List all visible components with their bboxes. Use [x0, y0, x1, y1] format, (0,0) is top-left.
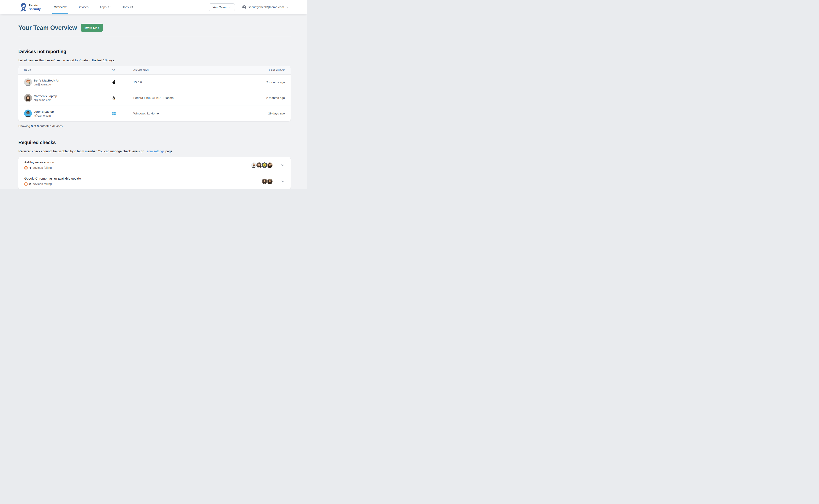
x-circle-icon	[24, 182, 28, 186]
brand-line-2: Security	[29, 7, 41, 11]
summary-prefix: Showing	[18, 124, 30, 128]
tab-apps[interactable]: Apps	[99, 0, 111, 14]
person-circle-icon	[242, 5, 247, 9]
device-owner-email: jt@acme.com	[34, 114, 54, 117]
brand-name: Pareto Security	[29, 3, 41, 11]
column-header-name: NAME	[18, 66, 112, 75]
x-circle-icon	[24, 166, 28, 170]
pareto-mascot-icon	[20, 3, 26, 11]
devices-table-card: NAME OS OS VERSION LAST CHECK	[18, 66, 291, 121]
device-name: Carmen's Laptop	[34, 94, 57, 98]
check-title: AirPlay receiver is on	[24, 161, 54, 164]
check-status: 2 devices failing	[24, 182, 81, 186]
brand-logo[interactable]: Pareto Security	[20, 3, 41, 11]
device-name: Jeren's Laptop	[34, 110, 54, 113]
invite-link-button[interactable]: Invite Link	[81, 24, 103, 32]
devices-table-header-row: NAME OS OS VERSION LAST CHECK	[18, 66, 291, 75]
summary-suffix: outdated devices	[39, 124, 63, 128]
apple-icon	[112, 80, 115, 84]
summary-of: of	[34, 124, 36, 128]
tab-docs[interactable]: Docs	[121, 0, 133, 14]
failing-count: 2	[29, 182, 31, 186]
required-checks-section: Required checks Required checks cannot b…	[18, 140, 291, 189]
device-name: Ben’s MacBook Air	[34, 79, 59, 82]
column-header-os-version: OS VERSION	[133, 66, 252, 75]
tab-devices-label: Devices	[78, 5, 88, 9]
avatar	[24, 94, 32, 102]
check-row-airplay[interactable]: AirPlay receiver is on 4 devices failing	[18, 157, 291, 173]
devices-section-description: List of devices that haven't sent a repo…	[18, 59, 291, 62]
devices-count-summary: Showing 3 of 3 outdated devices	[18, 124, 291, 128]
failing-devices-avatars	[261, 178, 273, 185]
chevron-down-icon[interactable]	[281, 179, 285, 183]
device-last-check: 2 months ago	[252, 75, 291, 90]
tab-apps-label: Apps	[99, 5, 106, 9]
app-window: Pareto Security Overview Devices Apps Do…	[0, 0, 307, 189]
chevron-down-icon[interactable]	[281, 163, 285, 167]
page-title-row: Your Team Overview Invite Link	[18, 24, 291, 32]
summary-total-count: 3	[37, 124, 39, 128]
tab-docs-label: Docs	[122, 5, 128, 9]
main-content: Your Team Overview Invite Link Devices n…	[18, 24, 291, 189]
device-os-version: Windows 11 Home	[133, 106, 252, 121]
top-nav-bar: Pareto Security Overview Devices Apps Do…	[0, 0, 307, 14]
required-checks-description: Required checks cannot be disabled by a …	[18, 150, 291, 153]
external-link-icon	[130, 6, 133, 8]
tab-overview[interactable]: Overview	[53, 0, 67, 14]
failing-count: 4	[29, 166, 31, 170]
team-selector-label: Your Team	[213, 6, 227, 9]
column-header-last-check: LAST CHECK	[252, 66, 291, 75]
failing-devices-avatars	[251, 162, 273, 168]
required-checks-heading: Required checks	[18, 140, 291, 145]
devices-table: NAME OS OS VERSION LAST CHECK	[18, 66, 291, 121]
check-title: Google Chrome has an available update	[24, 177, 81, 180]
device-row: Carmen's Laptop cl@acme.com	[18, 90, 291, 106]
failing-label: devices failing	[33, 166, 52, 170]
device-last-check: 2 months ago	[252, 90, 291, 106]
external-link-icon	[108, 6, 111, 8]
check-row-chrome-update[interactable]: Google Chrome has an available update 2 …	[18, 173, 291, 189]
device-last-check: 29 days ago	[252, 106, 291, 121]
user-email: securitycheck@acme.com	[248, 5, 284, 9]
user-menu[interactable]: securitycheck@acme.com	[242, 5, 289, 9]
linux-tux-icon	[112, 96, 115, 100]
tab-devices[interactable]: Devices	[77, 0, 89, 14]
brand-line-1: Pareto	[29, 3, 41, 7]
page-title: Your Team Overview	[18, 24, 77, 31]
header-right: Your Team securitycheck@acme.com	[209, 3, 289, 11]
main-nav: Overview Devices Apps Docs	[53, 0, 133, 14]
device-row: Jeren's Laptop jt@acme.com	[18, 106, 291, 121]
avatar	[267, 178, 273, 185]
avatar	[24, 110, 32, 117]
team-selector[interactable]: Your Team	[209, 3, 235, 11]
description-text: page.	[165, 150, 173, 153]
devices-not-reporting-section: Devices not reporting List of devices th…	[18, 49, 291, 128]
devices-section-heading: Devices not reporting	[18, 49, 291, 54]
device-os-version: Fedora Linux 41 KDE Plasma	[133, 90, 252, 106]
check-status: 4 devices failing	[24, 166, 54, 170]
chevron-down-icon	[286, 6, 289, 8]
required-checks-card: AirPlay receiver is on 4 devices failing	[18, 157, 291, 189]
description-text: Required checks cannot be disabled by a …	[18, 150, 144, 153]
device-row: Ben’s MacBook Air bm@acme.com 15	[18, 75, 291, 90]
failing-label: devices failing	[33, 182, 52, 186]
avatar	[24, 78, 32, 86]
windows-icon	[112, 111, 116, 115]
avatar	[267, 162, 273, 168]
summary-shown-count: 3	[31, 124, 33, 128]
tab-overview-label: Overview	[54, 5, 67, 9]
device-os-version: 15.0.0	[133, 75, 252, 90]
column-header-os: OS	[112, 66, 133, 75]
device-owner-email: cl@acme.com	[34, 98, 57, 102]
team-settings-link[interactable]: Team settings	[145, 150, 164, 153]
title-divider	[18, 37, 291, 37]
chevron-down-icon	[229, 6, 231, 8]
device-owner-email: bm@acme.com	[34, 83, 59, 86]
